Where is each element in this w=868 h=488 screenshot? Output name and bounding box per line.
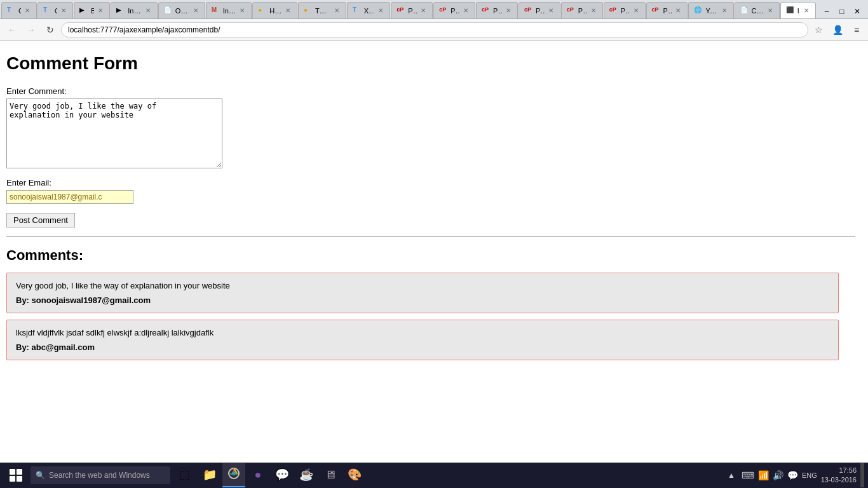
tab-13[interactable]: cP Pan ✕ [519, 2, 560, 18]
menu-icon[interactable]: ≡ [849, 22, 864, 37]
keyboard-icon[interactable]: ⌨ [742, 470, 754, 480]
app-java[interactable]: ☕ [295, 463, 318, 487]
paint-icon: 🎨 [348, 468, 362, 482]
tab-title-7: Hindi [269, 7, 281, 15]
tab-close-19[interactable]: ✕ [803, 6, 810, 15]
tab-7[interactable]: ● Hindi ✕ [252, 2, 297, 18]
tab-title-6: Inbox [223, 7, 236, 15]
nav-icons: ☆ 👤 ≡ [811, 22, 864, 37]
by-label-1: By: [16, 295, 29, 305]
bookmark-icon[interactable]: ☆ [811, 22, 826, 37]
user-icon[interactable]: 👤 [830, 22, 845, 37]
close-button[interactable]: ✕ [850, 4, 864, 18]
tab-title-12: Pan [493, 7, 502, 15]
tab-title-8: These [315, 7, 330, 15]
tab-favicon-13: cP [524, 6, 533, 15]
tab-favicon-6: M [212, 6, 220, 15]
tab-close-17[interactable]: ✕ [721, 6, 728, 15]
tab-title-18: Conv [752, 7, 764, 15]
tab-close-9[interactable]: ✕ [377, 6, 384, 15]
tab-12[interactable]: cP Pan ✕ [476, 2, 518, 18]
app-skype[interactable]: 💬 [271, 463, 294, 487]
tab-close-15[interactable]: ✕ [632, 6, 640, 15]
tab-8[interactable]: ● These ✕ [298, 2, 346, 18]
tab-14[interactable]: cP Pan ✕ [561, 2, 603, 18]
tab-close-10[interactable]: ✕ [419, 6, 427, 15]
tab-4[interactable]: ▶ Intern ✕ [111, 2, 158, 18]
task-view-button[interactable]: ⬚ [173, 463, 196, 487]
chrome-app[interactable] [222, 463, 245, 487]
tab-close-14[interactable]: ✕ [590, 6, 597, 15]
taskbar-search-placeholder: Search the web and Windows [49, 471, 150, 480]
volume-icon[interactable]: 🔊 [773, 470, 783, 480]
window-controls: – □ ✕ [817, 4, 867, 18]
show-desktop-button[interactable] [860, 463, 864, 487]
tab-1[interactable]: T G ✕ [1, 2, 37, 18]
tab-close-7[interactable]: ✕ [284, 6, 292, 15]
comment-label: Enter Comment: [6, 86, 855, 96]
tab-close-12[interactable]: ✕ [505, 6, 512, 15]
tab-15[interactable]: cP Pan ✕ [604, 2, 646, 18]
tab-16[interactable]: cP Pan ✕ [646, 2, 688, 18]
comment-textarea[interactable]: Very good job, I like the way of explana… [6, 98, 222, 168]
tab-10[interactable]: cP Pan ✕ [391, 2, 433, 18]
forward-button[interactable]: → [23, 22, 39, 38]
file-explorer-app[interactable]: 📁 [198, 463, 221, 487]
tab-close-6[interactable]: ✕ [238, 6, 246, 15]
tab-close-13[interactable]: ✕ [547, 6, 555, 15]
tab-3[interactable]: ▶ Bl ✕ [74, 2, 110, 18]
language-button[interactable]: ENG [802, 471, 817, 479]
tab-title-11: Pan [451, 7, 459, 15]
address-bar[interactable] [61, 22, 808, 37]
tab-favicon-16: cP [652, 6, 661, 15]
back-button[interactable]: ← [4, 22, 20, 38]
start-button[interactable] [4, 463, 28, 487]
post-comment-button[interactable]: Post Comment [6, 213, 75, 227]
reload-button[interactable]: ↻ [42, 22, 58, 38]
viber-icon: ● [255, 468, 262, 482]
app-paint[interactable]: 🎨 [343, 463, 366, 487]
tab-favicon-1: T [7, 6, 16, 15]
browser-window: T G ✕ T O ✕ ▶ Bl ✕ ▶ Intern ✕ 📄 Objec ✕ … [0, 0, 868, 488]
taskbar-tray: ▲ ⌨ 📶 🔊 💬 ENG 17:56 13-03-2016 [725, 463, 864, 487]
tab-6[interactable]: M Inbox ✕ [206, 2, 252, 18]
tab-close-11[interactable]: ✕ [462, 6, 470, 15]
notifications-icon[interactable]: 💬 [787, 470, 798, 480]
tab-favicon-17: 🌐 [694, 6, 703, 15]
tab-5[interactable]: 📄 Objec ✕ [158, 2, 205, 18]
tab-9[interactable]: T XML ✕ [347, 2, 391, 18]
page-title: Comment Form [6, 53, 855, 74]
app-media[interactable]: 🖥 [319, 463, 342, 487]
tab-title-14: Pan [578, 7, 587, 15]
tab-close-8[interactable]: ✕ [333, 6, 341, 15]
tab-close-5[interactable]: ✕ [192, 6, 200, 15]
tab-favicon-19: ⬛ [786, 6, 795, 15]
tab-19-active[interactable]: ⬛ lo ✕ [780, 2, 816, 18]
tab-close-1[interactable]: ✕ [24, 6, 31, 15]
minimize-button[interactable]: – [820, 4, 834, 18]
tab-17[interactable]: 🌐 Yatra ✕ [688, 2, 733, 18]
comments-heading: Comments: [6, 247, 855, 264]
maximize-button[interactable]: □ [835, 4, 849, 18]
tab-11[interactable]: cP Pan ✕ [433, 2, 475, 18]
tab-close-16[interactable]: ✕ [674, 6, 682, 15]
skype-icon: 💬 [275, 468, 289, 482]
tab-2[interactable]: T O ✕ [37, 2, 73, 18]
tab-close-18[interactable]: ✕ [766, 6, 774, 15]
tab-close-4[interactable]: ✕ [144, 6, 152, 15]
java-icon: ☕ [299, 468, 313, 482]
tab-18[interactable]: 📄 Conv ✕ [735, 2, 780, 18]
taskbar-search-box[interactable]: 🔍 Search the web and Windows [31, 466, 170, 484]
email-input[interactable] [6, 190, 133, 204]
tab-bar: T G ✕ T O ✕ ▶ Bl ✕ ▶ Intern ✕ 📄 Objec ✕ … [0, 0, 868, 19]
app-viber[interactable]: ● [247, 463, 269, 487]
tab-close-2[interactable]: ✕ [60, 6, 67, 15]
network-icon[interactable]: 📶 [758, 470, 769, 480]
by-label-2: By: [16, 342, 29, 352]
tab-title-19: lo [797, 7, 800, 15]
search-icon: 🔍 [36, 471, 45, 480]
tab-close-3[interactable]: ✕ [97, 6, 104, 15]
comment-card-2: lksjdf vldjffvlk jsdaf sdlkfj elwskjf a:… [6, 320, 839, 360]
tab-title-5: Objec [175, 7, 189, 15]
show-hidden-icons[interactable]: ▲ [725, 471, 738, 480]
